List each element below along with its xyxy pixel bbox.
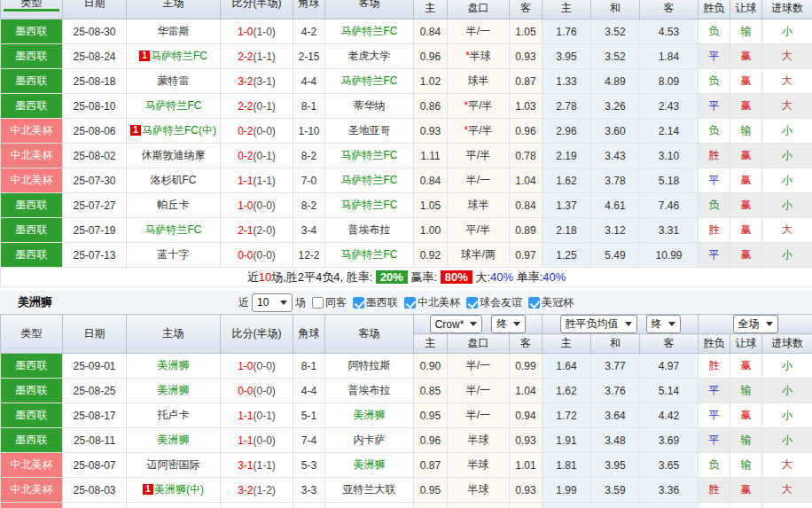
handicap-result-cell: 输 bbox=[730, 428, 762, 453]
score-cell: 2-2(1-1) bbox=[221, 44, 293, 69]
corner-cell: 8-2 bbox=[293, 193, 325, 218]
eu-home-odds: 1.33 bbox=[543, 69, 591, 94]
corner-cell: 5-3 bbox=[293, 453, 325, 478]
date-cell: 25-08-25 bbox=[63, 379, 127, 403]
ah-line: 球半 bbox=[448, 69, 510, 94]
墨西联-checkbox[interactable] bbox=[353, 297, 364, 309]
match-row: 墨西联25-08-11美洲狮1-1(0-0)7-4内卡萨0.96半球0.931.… bbox=[1, 428, 812, 453]
result-cell: 胜 bbox=[699, 354, 730, 379]
filter-label: 球会友谊 bbox=[480, 295, 522, 310]
eu-home-odds: 1.72 bbox=[543, 403, 591, 428]
euro-final-select[interactable]: 终 bbox=[646, 315, 681, 333]
score-cell: 3-2(3-1) bbox=[221, 69, 293, 94]
summary-stats: 场,胜2平4负4, 胜率: bbox=[271, 270, 372, 284]
odds-final-select[interactable]: 终 bbox=[491, 315, 526, 333]
goals-result-cell: 大 bbox=[762, 218, 812, 243]
team-name: 洛杉矶FC bbox=[151, 174, 197, 186]
ah-line: 球半/两 bbox=[448, 243, 510, 268]
col-score: 比分(半场) bbox=[221, 315, 293, 354]
ah-line: 半/一 bbox=[448, 403, 510, 428]
half-score: (0-1) bbox=[254, 100, 276, 113]
goals-result-cell: 小 bbox=[762, 428, 812, 453]
recent-games-select[interactable]: 10 bbox=[252, 293, 293, 312]
filter-label: 同客 bbox=[325, 295, 347, 310]
match-row: 墨西联25-08-18蒙特雷3-2(3-1)4-4马萨特兰FC1.02球半0.8… bbox=[1, 69, 812, 94]
ah-home-odds: 0.84 bbox=[414, 168, 448, 193]
pumas-history-table: 类型 日期 主场 比分(半场) 角球 客场 Crow* 终 bbox=[0, 314, 812, 508]
score-cell: 2-2(0-1) bbox=[221, 94, 293, 119]
scope-select[interactable]: 全场 bbox=[733, 315, 778, 333]
corner-cell: 12-2 bbox=[293, 243, 325, 268]
league-cell: 墨西联 bbox=[1, 218, 63, 243]
away-team-cell: 亚特兰大联 bbox=[325, 478, 414, 503]
team-name: 华雷斯 bbox=[158, 25, 190, 37]
away-team-cell: 普埃布拉 bbox=[325, 218, 414, 243]
eu-draw-odds: 3.64 bbox=[591, 403, 640, 428]
ah-away-odds: 0.93 bbox=[510, 44, 543, 69]
eu-draw-odds: 3.12 bbox=[591, 218, 640, 243]
date-cell: 25-08-02 bbox=[63, 144, 127, 168]
col-ah-line: 盘口 bbox=[448, 0, 510, 20]
球会友谊-checkbox[interactable] bbox=[466, 297, 478, 309]
goals-result-cell: 大 bbox=[762, 478, 812, 503]
league-cell: 墨西联 bbox=[1, 243, 63, 268]
match-row: 中北美杯25-08-07迈阿密国际3-1(1-1)5-3美洲狮0.87半球1.0… bbox=[1, 453, 812, 478]
euro-avg-select[interactable]: 胜平负均值 bbox=[560, 315, 637, 333]
eu-away-odds: 7.46 bbox=[640, 193, 699, 218]
summary-row: 近10场,胜2平4负4, 胜率: 20% 赢率: 80% 大:40% 单率:40… bbox=[1, 268, 812, 287]
col-eu-draw: 和 bbox=[591, 334, 640, 354]
league-cell: 墨西联 bbox=[1, 44, 63, 69]
score-cell: 3-2(1-2) bbox=[221, 478, 293, 503]
half-score: (0-0) bbox=[254, 199, 276, 212]
eu-home-odds: 1.81 bbox=[543, 453, 591, 478]
live-line-star: * bbox=[464, 99, 468, 112]
score-cell: 1-1(1-1) bbox=[221, 168, 293, 193]
result-cell: 胜 bbox=[699, 144, 730, 168]
league-cell: 墨西联 bbox=[1, 428, 63, 453]
team-name: 蓝十字 bbox=[158, 248, 190, 261]
同客-checkbox[interactable] bbox=[312, 297, 324, 309]
rank-1-badge: 1 bbox=[139, 51, 150, 61]
scope-value: 全场 bbox=[738, 317, 760, 332]
match-row: 墨西联25-08-25美洲狮0-0(0-0)4-4普埃布拉0.85半/一1.04… bbox=[1, 379, 812, 403]
result-cell: 平 bbox=[699, 403, 730, 428]
handicap-result-cell: 赢 bbox=[730, 193, 762, 218]
home-team-cell: 1美洲狮(中) bbox=[127, 478, 221, 503]
goals-result-cell: 小 bbox=[762, 403, 812, 428]
eu-draw-odds: 3.78 bbox=[591, 168, 640, 193]
ah-line: *半球 bbox=[448, 44, 510, 69]
handicap-rate-badge: 80% bbox=[441, 270, 472, 284]
league-cell: 中北美杯 bbox=[1, 168, 63, 193]
eu-home-odds: 1.76 bbox=[543, 20, 591, 44]
handicap-result-cell: 输 bbox=[730, 20, 762, 44]
away-team-cell: 马萨特兰FC bbox=[325, 168, 414, 193]
handicap-result-cell: 赢 bbox=[730, 403, 762, 428]
eu-away-odds: 5.14 bbox=[640, 379, 699, 403]
ah-away-odds: 0.78 bbox=[510, 144, 543, 168]
match-row: 中北美杯25-08-061马萨特兰FC(中)0-2(0-0)1-10圣地亚哥0.… bbox=[1, 119, 812, 144]
handicap-result-cell: 赢 bbox=[730, 218, 762, 243]
half-score: (0-0) bbox=[254, 434, 276, 447]
result-cell: 平 bbox=[699, 428, 730, 453]
team-name: 圣地亚哥 bbox=[348, 124, 391, 137]
handicap-result-cell: 赢 bbox=[730, 478, 762, 503]
home-team-cell: 马萨特兰FC bbox=[127, 218, 221, 243]
date-cell: 25-08-03 bbox=[63, 478, 127, 503]
ah-home-odds: 0.95 bbox=[414, 478, 448, 503]
eu-home-odds: 1.64 bbox=[543, 354, 591, 379]
team-name: 美洲狮 bbox=[158, 434, 190, 446]
team-name: 托卢卡 bbox=[158, 409, 190, 421]
col-date: 日期 bbox=[63, 315, 127, 354]
ah-home-odds: 0.96 bbox=[414, 44, 448, 69]
goals-result-cell: 大 bbox=[762, 94, 812, 119]
美冠杯-checkbox[interactable] bbox=[528, 297, 540, 309]
full-score: 3-2 bbox=[238, 484, 253, 496]
date-cell: 25-08-17 bbox=[63, 403, 127, 428]
handicap-result-cell: 赢 bbox=[730, 94, 762, 119]
team-name: 马萨特兰FC bbox=[341, 149, 398, 161]
ah-line: 球半 bbox=[448, 193, 510, 218]
中北美杯-checkbox[interactable] bbox=[404, 297, 416, 309]
odds-source-select[interactable]: Crow* bbox=[430, 315, 483, 333]
team-name: 老虎大学 bbox=[348, 50, 391, 62]
date-cell: 25-08-24 bbox=[63, 44, 127, 69]
